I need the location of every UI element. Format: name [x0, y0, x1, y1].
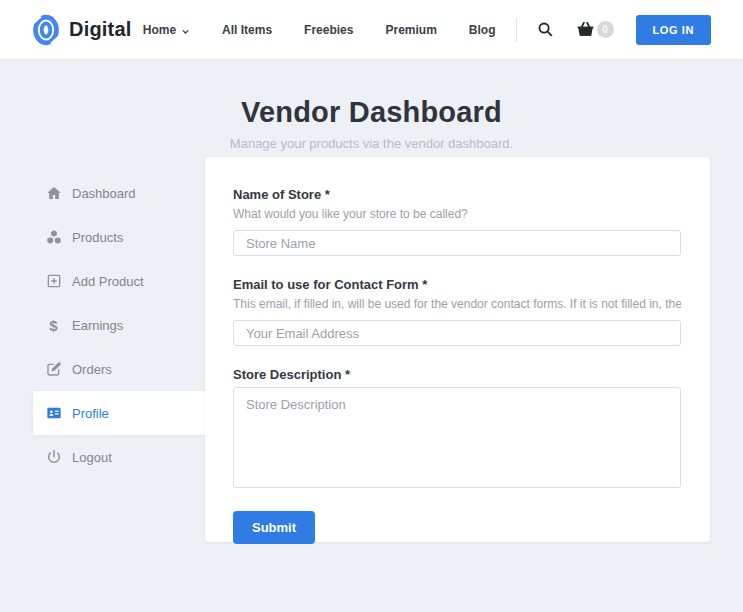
sidebar-item-label: Dashboard [72, 186, 136, 201]
store-description-label: Store Description * [233, 367, 681, 382]
sidebar-item-profile[interactable]: Profile [33, 391, 207, 435]
vendor-sidebar: Dashboard Products Add Product $ Earning… [33, 171, 207, 479]
contact-email-help: This email, if filled in, will be used f… [233, 297, 681, 311]
id-card-icon [45, 405, 62, 422]
contact-email-label: Email to use for Contact Form * [233, 277, 681, 292]
contact-email-input[interactable] [233, 320, 681, 346]
store-name-help: What would you like your store to be cal… [233, 207, 681, 221]
field-store-description: Store Description * [233, 367, 681, 488]
edit-icon [45, 361, 62, 378]
vendor-profile-form: Name of Store * What would you like your… [233, 187, 681, 544]
store-name-label: Name of Store * [233, 187, 681, 202]
sidebar-item-orders[interactable]: Orders [33, 347, 207, 391]
sidebar-item-label: Logout [72, 450, 112, 465]
sidebar-item-logout[interactable]: Logout [33, 435, 207, 479]
dollar-icon: $ [45, 317, 62, 334]
sidebar-item-label: Orders [72, 362, 112, 377]
dashboard-layout: Dashboard Products Add Product $ Earning… [0, 29, 743, 581]
sidebar-item-label: Earnings [72, 318, 123, 333]
sidebar-item-earnings[interactable]: $ Earnings [33, 303, 207, 347]
plus-square-icon [45, 273, 62, 290]
home-icon [45, 185, 62, 202]
field-contact-email: Email to use for Contact Form * This ema… [233, 277, 681, 346]
submit-button[interactable]: Submit [233, 511, 315, 544]
sidebar-item-add-product[interactable]: Add Product [33, 259, 207, 303]
sidebar-item-products[interactable]: Products [33, 215, 207, 259]
sidebar-item-label: Profile [72, 406, 109, 421]
store-name-input[interactable] [233, 230, 681, 256]
power-icon [45, 449, 62, 466]
profile-form-card: Name of Store * What would you like your… [205, 157, 710, 542]
sidebar-item-dashboard[interactable]: Dashboard [33, 171, 207, 215]
sidebar-item-label: Products [72, 230, 123, 245]
sidebar-item-label: Add Product [72, 274, 144, 289]
cubes-icon [45, 229, 62, 246]
store-description-textarea[interactable] [233, 387, 681, 488]
field-store-name: Name of Store * What would you like your… [233, 187, 681, 256]
